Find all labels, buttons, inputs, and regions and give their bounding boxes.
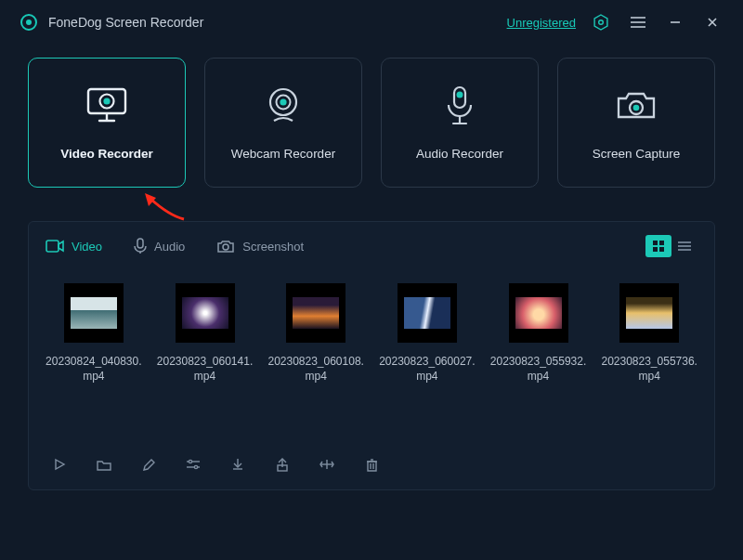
titlebar: FoneDog Screen Recorder Unregistered bbox=[0, 0, 743, 45]
svg-marker-0 bbox=[594, 15, 607, 30]
file-item[interactable]: 20230823_055932.mp4 bbox=[490, 283, 587, 384]
file-item[interactable]: 20230823_060027.mp4 bbox=[379, 283, 476, 384]
app-title: FoneDog Screen Recorder bbox=[48, 15, 203, 30]
tab-screenshot[interactable]: Screenshot bbox=[216, 240, 304, 254]
file-name: 20230823_055736.mp4 bbox=[601, 354, 697, 384]
edit-icon[interactable] bbox=[138, 454, 159, 475]
svg-point-17 bbox=[457, 91, 463, 98]
settings-icon[interactable] bbox=[589, 10, 613, 34]
tab-video[interactable]: Video bbox=[46, 240, 102, 254]
panel-tab-row: Video Audio Screenshot bbox=[46, 222, 697, 270]
mode-video-recorder[interactable]: Video Recorder bbox=[28, 58, 186, 188]
svg-rect-30 bbox=[659, 247, 664, 252]
folder-icon[interactable] bbox=[94, 454, 114, 475]
camera-icon bbox=[613, 85, 659, 126]
panel-spacer bbox=[46, 391, 697, 450]
file-item[interactable]: 20230824_040830.mp4 bbox=[46, 283, 142, 384]
file-item[interactable]: 20230823_060141.mp4 bbox=[157, 283, 254, 384]
webcam-icon bbox=[261, 85, 306, 126]
unregistered-link[interactable]: Unregistered bbox=[507, 16, 576, 30]
file-thumbnail bbox=[176, 283, 235, 343]
svg-rect-28 bbox=[659, 241, 664, 245]
microphone-icon bbox=[441, 85, 478, 126]
svg-point-38 bbox=[194, 466, 197, 469]
file-name: 20230824_040830.mp4 bbox=[46, 354, 142, 384]
svg-rect-27 bbox=[653, 241, 658, 245]
file-item[interactable]: 20230823_055736.mp4 bbox=[601, 283, 697, 384]
list-view-button[interactable] bbox=[671, 235, 697, 257]
tab-label: Screenshot bbox=[242, 240, 304, 254]
title-right: Unregistered bbox=[507, 10, 724, 34]
title-left: FoneDog Screen Recorder bbox=[20, 14, 203, 31]
svg-point-1 bbox=[599, 20, 604, 25]
svg-point-15 bbox=[280, 98, 286, 105]
tab-audio[interactable]: Audio bbox=[134, 238, 185, 254]
close-icon[interactable] bbox=[700, 10, 724, 34]
svg-point-26 bbox=[223, 244, 228, 250]
file-thumbnail bbox=[398, 283, 457, 343]
monitor-record-icon bbox=[83, 85, 131, 126]
svg-marker-22 bbox=[145, 193, 156, 206]
panel-tabs-left: Video Audio Screenshot bbox=[46, 238, 304, 254]
file-item[interactable]: 20230823_060108.mp4 bbox=[267, 283, 364, 384]
menu-icon[interactable] bbox=[626, 10, 650, 34]
history-panel: Video Audio Screenshot 20230824_040830.m… bbox=[28, 221, 715, 490]
file-name: 20230823_055932.mp4 bbox=[490, 354, 587, 384]
trim-icon[interactable] bbox=[317, 454, 337, 475]
download-icon[interactable] bbox=[228, 454, 248, 475]
mode-label: Screen Capture bbox=[593, 147, 681, 161]
tab-label: Video bbox=[72, 240, 102, 254]
minimize-icon[interactable] bbox=[663, 10, 687, 34]
svg-rect-24 bbox=[137, 239, 143, 248]
mode-row: Video Recorder Webcam Recorder Audio Rec… bbox=[0, 45, 743, 188]
mode-label: Video Recorder bbox=[60, 147, 153, 161]
grid-view-button[interactable] bbox=[645, 235, 671, 257]
file-thumbnail bbox=[619, 283, 679, 343]
mode-label: Webcam Recorder bbox=[231, 147, 335, 161]
file-name: 20230823_060027.mp4 bbox=[379, 354, 476, 384]
svg-rect-23 bbox=[46, 241, 59, 252]
share-icon[interactable] bbox=[272, 454, 293, 475]
mode-audio-recorder[interactable]: Audio Recorder bbox=[381, 58, 539, 188]
view-toggle bbox=[645, 235, 697, 257]
annotation-arrow-icon bbox=[143, 193, 186, 221]
mode-screen-capture[interactable]: Screen Capture bbox=[557, 58, 715, 188]
play-icon[interactable] bbox=[49, 454, 70, 475]
svg-point-36 bbox=[189, 461, 191, 463]
tab-label: Audio bbox=[154, 240, 185, 254]
app-logo-icon bbox=[20, 14, 37, 31]
file-name: 20230823_060108.mp4 bbox=[267, 354, 364, 384]
sliders-icon[interactable] bbox=[183, 454, 203, 475]
svg-marker-34 bbox=[56, 460, 64, 469]
file-thumbnail bbox=[64, 283, 124, 343]
file-thumbnail bbox=[286, 283, 345, 343]
svg-rect-29 bbox=[653, 247, 658, 252]
file-grid: 20230824_040830.mp4 20230823_060141.mp4 … bbox=[46, 270, 697, 391]
delete-icon[interactable] bbox=[361, 454, 382, 475]
mode-webcam-recorder[interactable]: Webcam Recorder bbox=[204, 58, 362, 188]
file-thumbnail bbox=[509, 283, 568, 343]
svg-point-12 bbox=[103, 98, 110, 104]
mode-label: Audio Recorder bbox=[416, 147, 503, 161]
file-name: 20230823_060141.mp4 bbox=[157, 354, 254, 384]
file-toolbar bbox=[46, 450, 697, 476]
svg-point-21 bbox=[633, 104, 640, 111]
